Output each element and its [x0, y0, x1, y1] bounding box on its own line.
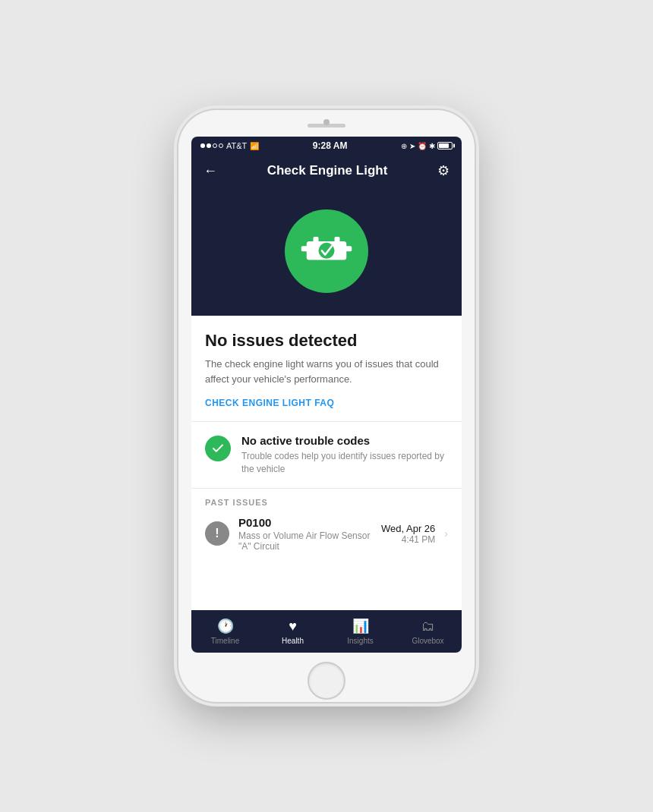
svg-rect-2 — [335, 237, 340, 244]
arrow-icon: ➤ — [409, 142, 415, 150]
camera-dot — [323, 119, 330, 125]
status-left: AT&T 📶 — [200, 141, 259, 150]
location-icon: ⊕ — [401, 142, 407, 150]
alarm-icon: ⏰ — [418, 142, 427, 150]
tab-insights-label: Insights — [347, 637, 373, 645]
hero-area — [191, 187, 462, 316]
settings-button[interactable]: ⚙ — [437, 162, 450, 179]
insights-icon: 📊 — [352, 618, 369, 634]
trouble-codes-info: No active trouble codes Trouble codes he… — [241, 434, 448, 476]
status-description: The check engine light warns you of issu… — [205, 357, 448, 386]
content-area: No issues detected The check engine ligh… — [191, 316, 462, 610]
past-issues-section: PAST ISSUES ! P0100 Mass or Volume Air F… — [191, 489, 462, 561]
back-button[interactable]: ← — [203, 163, 217, 179]
table-row[interactable]: ! P0100 Mass or Volume Air Flow Sensor "… — [205, 516, 448, 561]
app-header: ← Check Engine Light ⚙ — [191, 155, 462, 187]
engine-icon — [300, 231, 353, 272]
signal-dot-1 — [200, 143, 205, 148]
issue-name: Mass or Volume Air Flow Sensor "A" Circu… — [238, 530, 372, 552]
issue-code: P0100 — [238, 516, 372, 529]
faq-link[interactable]: CHECK ENGINE LIGHT FAQ — [205, 398, 334, 408]
phone-frame: AT&T 📶 9:28 AM ⊕ ➤ ⏰ ✱ ← Check Engine Li… — [178, 110, 475, 702]
glovebox-icon: 🗂 — [421, 618, 435, 634]
home-button[interactable] — [308, 662, 345, 700]
trouble-codes-title: No active trouble codes — [241, 434, 448, 447]
status-right: ⊕ ➤ ⏰ ✱ — [401, 142, 453, 150]
tab-glovebox-label: Glovebox — [412, 637, 443, 645]
chevron-right-icon: › — [444, 527, 448, 540]
battery-fill — [439, 143, 449, 148]
issue-date-time: 4:41 PM — [381, 534, 435, 545]
tab-health-label: Health — [282, 637, 304, 645]
bluetooth-icon: ✱ — [429, 142, 435, 150]
page-title: Check Engine Light — [267, 163, 388, 178]
tab-timeline-label: Timeline — [211, 637, 239, 645]
issue-date-main: Wed, Apr 26 — [381, 523, 435, 534]
trouble-codes-desc: Trouble codes help you identify issues r… — [241, 450, 448, 476]
svg-rect-3 — [301, 246, 308, 251]
issue-date: Wed, Apr 26 4:41 PM — [381, 523, 435, 545]
tab-bar: 🕐 Timeline ♥ Health 📊 Insights 🗂 Glovebo… — [191, 610, 462, 653]
issue-info: P0100 Mass or Volume Air Flow Sensor "A"… — [238, 516, 372, 552]
tab-health[interactable]: ♥ Health — [259, 610, 326, 653]
tab-glovebox[interactable]: 🗂 Glovebox — [394, 610, 462, 653]
battery-icon — [437, 142, 453, 149]
svg-rect-4 — [345, 246, 352, 251]
signal-dots — [200, 143, 223, 148]
tab-timeline[interactable]: 🕐 Timeline — [191, 610, 259, 653]
phone-screen: AT&T 📶 9:28 AM ⊕ ➤ ⏰ ✱ ← Check Engine Li… — [191, 137, 462, 653]
engine-status-circle — [285, 209, 368, 293]
signal-dot-3 — [213, 143, 217, 148]
carrier-label: AT&T — [226, 141, 247, 150]
status-section: No issues detected The check engine ligh… — [191, 316, 462, 422]
timeline-icon: 🕐 — [217, 618, 234, 634]
svg-rect-1 — [314, 237, 319, 244]
status-time: 9:28 AM — [313, 140, 348, 151]
wifi-icon: 📶 — [250, 142, 259, 150]
health-icon: ♥ — [289, 618, 297, 634]
trouble-codes-section: No active trouble codes Trouble codes he… — [191, 422, 462, 489]
tab-insights[interactable]: 📊 Insights — [326, 610, 394, 653]
status-bar: AT&T 📶 9:28 AM ⊕ ➤ ⏰ ✱ — [191, 137, 462, 155]
warning-icon: ! — [205, 521, 229, 546]
signal-dot-2 — [207, 143, 211, 148]
signal-dot-4 — [219, 143, 223, 148]
check-circle-icon — [205, 436, 231, 461]
status-title: No issues detected — [205, 331, 448, 351]
past-issues-label: PAST ISSUES — [205, 498, 448, 507]
